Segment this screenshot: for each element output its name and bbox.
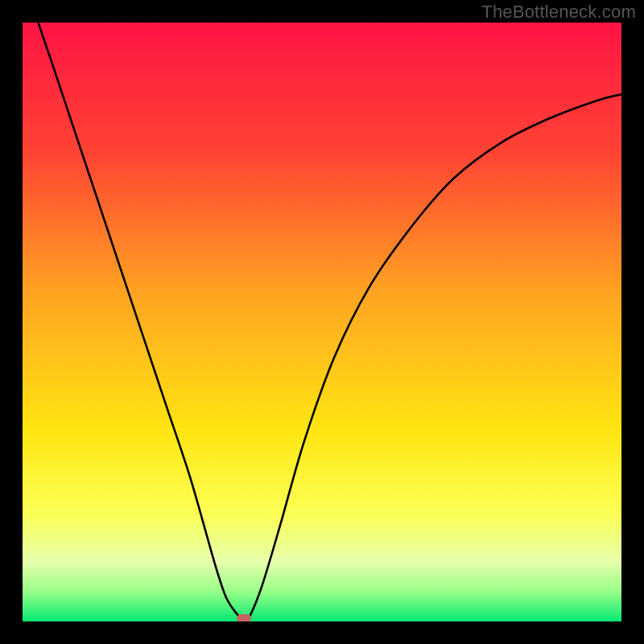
plot-area [23,23,621,621]
bottleneck-curve [23,23,621,621]
chart-frame: TheBottleneck.com [0,0,644,644]
watermark-text: TheBottleneck.com [481,2,636,23]
optimal-marker [237,614,251,621]
